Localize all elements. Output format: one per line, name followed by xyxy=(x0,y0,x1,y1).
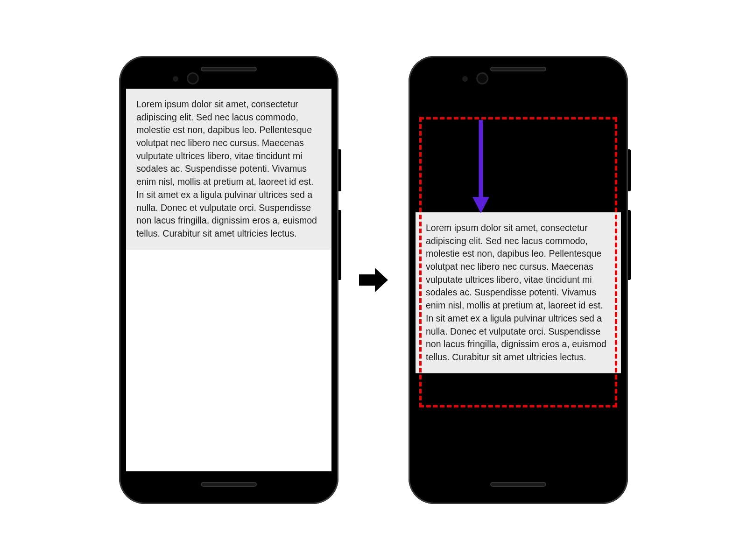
phone-screen-left: Lorem ipsum dolor sit amet, consectetur … xyxy=(126,89,331,471)
phone-bottom-bezel xyxy=(416,471,621,497)
transition-arrow-icon xyxy=(357,266,390,294)
phone-right: Lorem ipsum dolor sit amet, consectetur … xyxy=(409,56,628,504)
text-block-left: Lorem ipsum dolor sit amet, consectetur … xyxy=(126,89,331,250)
phone-top-bezel xyxy=(126,63,331,89)
phone-sensor xyxy=(173,76,178,82)
phone-speaker xyxy=(201,67,257,71)
phone-nav-pill xyxy=(490,482,546,487)
phone-bottom-bezel xyxy=(126,471,331,497)
scroll-direction-arrow-icon xyxy=(472,120,490,215)
phone-power-button xyxy=(628,149,631,191)
phone-sensor xyxy=(462,76,468,82)
phone-power-button xyxy=(338,149,341,191)
phone-top-bezel xyxy=(416,63,621,89)
phone-camera xyxy=(187,72,199,84)
phone-speaker xyxy=(490,67,546,71)
phone-volume-button xyxy=(338,210,341,280)
phone-camera xyxy=(476,72,488,84)
phone-volume-button xyxy=(628,210,631,280)
phone-left: Lorem ipsum dolor sit amet, consectetur … xyxy=(119,56,338,504)
phone-nav-pill xyxy=(201,482,257,487)
text-block-right: Lorem ipsum dolor sit amet, consectetur … xyxy=(416,212,621,373)
